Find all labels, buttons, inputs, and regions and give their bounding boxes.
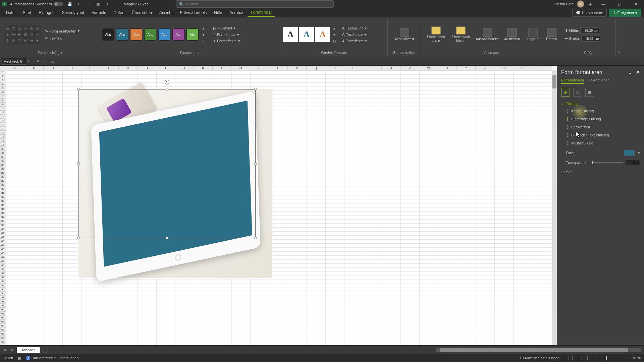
col-header-O[interactable]: O (269, 66, 288, 70)
zoom-out-button[interactable]: − (591, 356, 593, 360)
col-header-K[interactable]: K (194, 66, 213, 70)
collapse-ribbon-button[interactable]: ⌄ (616, 18, 623, 56)
col-header-G[interactable]: G (119, 66, 138, 70)
row-header-18[interactable]: 18 (0, 139, 6, 143)
tab-daten[interactable]: Daten (110, 9, 128, 16)
line-section-header[interactable]: › Linie (561, 170, 640, 174)
redo-icon[interactable]: ↷ (86, 1, 92, 7)
col-header-D[interactable]: D (62, 66, 81, 70)
accessibility-status[interactable]: ♿ Barrierefreiheit: Untersuchen (26, 356, 79, 360)
group-button[interactable]: Gruppieren (523, 28, 543, 42)
shape-style-6[interactable]: Abc (172, 28, 184, 41)
undo-icon[interactable]: ↶ (76, 1, 82, 7)
col-header-R[interactable]: R (325, 66, 344, 70)
row-header-64[interactable]: 64 (0, 324, 6, 328)
row-header-11[interactable]: 11 (0, 111, 6, 115)
row-header-33[interactable]: 33 (0, 199, 6, 203)
text-fill-button[interactable]: ATextfüllung▾ (341, 25, 368, 31)
display-settings-button[interactable]: 🖵 Anzeigeeinstellungen (520, 356, 559, 360)
row-header-51[interactable]: 51 (0, 272, 6, 276)
col-header-C[interactable]: C (44, 66, 62, 70)
row-header-52[interactable]: 52 (0, 276, 6, 280)
wordart-style-1[interactable]: A (283, 27, 298, 42)
row-header-17[interactable]: 17 (0, 135, 6, 139)
row-header-7[interactable]: 7 (0, 95, 6, 99)
row-header-35[interactable]: 35 (0, 207, 6, 211)
shape-effects-button[interactable]: ✦Formeffekte▾ (211, 38, 241, 44)
col-header-P[interactable]: P (288, 66, 307, 70)
vscroll-thumb[interactable] (552, 75, 556, 88)
transparency-input[interactable] (626, 160, 640, 165)
col-header-L[interactable]: L (213, 66, 231, 70)
row-header-49[interactable]: 49 (0, 263, 6, 267)
shape-style-3[interactable]: Abc (130, 28, 142, 41)
row-header-15[interactable]: 15 (0, 127, 6, 131)
row-header-59[interactable]: 59 (0, 304, 6, 308)
fill-picture-option[interactable]: Bild- oder Texturfüllung (561, 132, 640, 138)
col-header-S[interactable]: S (344, 66, 363, 70)
zoom-in-button[interactable]: + (627, 356, 629, 360)
row-header-26[interactable]: 26 (0, 171, 6, 175)
col-header-AB[interactable]: AB (513, 66, 532, 70)
formula-input[interactable] (57, 58, 638, 65)
row-header-30[interactable]: 30 (0, 187, 6, 191)
row-header-29[interactable]: 29 (0, 183, 6, 187)
tab-start[interactable]: Start (19, 9, 35, 16)
row-header-53[interactable]: 53 (0, 280, 6, 284)
expand-formula-icon[interactable]: ⌄ (639, 59, 642, 63)
shape-fill-button[interactable]: ◐Fülleffekt▾ (211, 25, 241, 31)
row-header-55[interactable]: 55 (0, 288, 6, 292)
shape-style-5[interactable]: Abc (158, 28, 170, 41)
row-header-13[interactable]: 13 (0, 119, 6, 123)
col-header-X[interactable]: X (438, 66, 457, 70)
zoom-slider[interactable] (596, 358, 623, 358)
tab-acrobat[interactable]: Acrobat (226, 9, 247, 16)
row-header-5[interactable]: 5 (0, 86, 6, 90)
tab-ansicht[interactable]: Ansicht (156, 9, 176, 16)
wa-scroll-up-icon[interactable]: ▴ (331, 25, 337, 31)
fill-pattern-option[interactable]: Musterfüllung (561, 140, 640, 146)
tab-text-options[interactable]: Textoptionen (589, 78, 609, 84)
panel-options-icon[interactable]: ⌄ (628, 69, 632, 75)
col-header-Q[interactable]: Q (307, 66, 325, 70)
row-header-47[interactable]: 47 (0, 255, 6, 259)
search-box[interactable]: 🔍 Suchen (176, 0, 334, 8)
row-header-46[interactable]: 46 (0, 251, 6, 255)
add-sheet-button[interactable]: + (42, 347, 48, 353)
row-header-16[interactable]: 16 (0, 131, 6, 135)
row-header-66[interactable]: 66 (0, 332, 6, 336)
row-header-32[interactable]: 32 (0, 195, 6, 199)
row-header-37[interactable]: 37 (0, 215, 6, 219)
row-header-63[interactable]: 63 (0, 320, 6, 324)
fill-gradient-option[interactable]: Farbverlauf (561, 124, 640, 130)
camera-icon[interactable]: ▦ (95, 1, 101, 7)
row-header-34[interactable]: 34 (0, 203, 6, 207)
row-header-12[interactable]: 12 (0, 115, 6, 119)
autosave-toggle[interactable]: Automatisches Speichern (10, 2, 63, 6)
row-header-4[interactable]: 4 (0, 82, 6, 86)
row-header-48[interactable]: 48 (0, 259, 6, 263)
shape-gallery[interactable]: ▭◯△▱⬠⬡ ↘⟶⬌☐◇☆ {}⌒∿⬴▾ (5, 26, 40, 43)
row-header-54[interactable]: 54 (0, 284, 6, 288)
vertical-scrollbar[interactable] (552, 70, 557, 345)
row-header-39[interactable]: 39 (0, 223, 6, 227)
col-header-U[interactable]: U (382, 66, 400, 70)
cancel-formula-icon[interactable]: ✕ (35, 58, 41, 64)
shape-outline-button[interactable]: ◻Formkontur▾ (211, 32, 241, 38)
tab-formeln[interactable]: Formeln (88, 9, 110, 16)
shape-style-1[interactable]: Abc (102, 28, 114, 41)
sheet-next-icon[interactable]: ▶ (9, 348, 15, 352)
row-header-20[interactable]: 20 (0, 147, 6, 151)
share-button[interactable]: ⇪ Freigeben ▾ (609, 9, 641, 17)
fill-color-picker[interactable] (624, 150, 635, 156)
select-all-corner[interactable] (0, 66, 6, 70)
transparency-slider[interactable] (592, 162, 623, 163)
row-header-43[interactable]: 43 (0, 239, 6, 243)
row-header-56[interactable]: 56 (0, 292, 6, 296)
send-backward-button[interactable]: Ebene nach hinten (448, 26, 473, 43)
alt-text-button[interactable]: Alternativtext (393, 28, 416, 42)
row-header-2[interactable]: 2 (0, 74, 6, 78)
row-header-57[interactable]: 57 (0, 296, 6, 300)
wordart-style-2[interactable]: A (299, 27, 314, 42)
row-header-22[interactable]: 22 (0, 155, 6, 159)
